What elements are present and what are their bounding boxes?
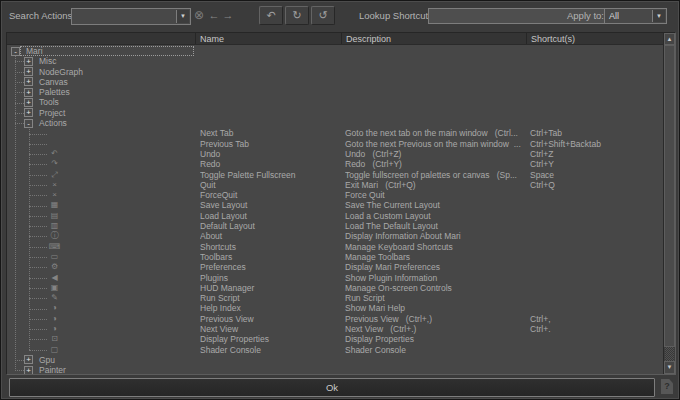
tree-group-misc[interactable]: +Misc <box>7 56 663 66</box>
action-row-toolbars[interactable]: ▭ToolbarsManage Toolbars <box>7 252 663 262</box>
tree-tick <box>15 370 24 371</box>
tree-tick <box>29 288 47 289</box>
tree-group-gpu[interactable]: +Gpu <box>7 355 663 365</box>
tree-tick <box>29 216 47 217</box>
action-row-save-layout[interactable]: ▦Save LayoutSave The Current Layout <box>7 200 663 210</box>
action-name: Display Properties <box>200 334 342 345</box>
expand-icon[interactable]: + <box>24 67 33 76</box>
action-description: Manage Keyboard Shortcuts <box>345 242 528 253</box>
action-row-previous-view[interactable]: ◑Previous ViewPrevious View (Ctrl+,)Ctrl… <box>7 314 663 324</box>
action-row-display-properties[interactable]: ⊡Display PropertiesDisplay Properties <box>7 334 663 344</box>
collapse-icon[interactable]: - <box>24 119 33 128</box>
lookup-shortcut-label: Lookup Shortcut <box>359 10 428 21</box>
expand-icon[interactable]: + <box>24 88 33 97</box>
action-row-load-layout[interactable]: ▤Load LayoutLoad a Custom Layout <box>7 211 663 221</box>
expand-icon[interactable]: + <box>24 108 33 117</box>
action-row-undo[interactable]: ↶UndoUndo (Ctrl+Z)Ctrl+Z <box>7 149 663 159</box>
action-row-run-script[interactable]: ✎Run ScriptRun Script <box>7 293 663 303</box>
action-name: Preferences <box>200 262 342 273</box>
tree-tick <box>29 195 47 196</box>
tree-group-nodegraph[interactable]: +NodeGraph <box>7 67 663 77</box>
action-row-previous-tab[interactable]: Previous TabGoto the next Previous on th… <box>7 139 663 149</box>
vertical-scrollbar[interactable]: ▲ ▼ <box>663 33 675 374</box>
forward-arrow-icon[interactable]: → <box>221 9 235 22</box>
action-description: Goto the next Previous on the main windo… <box>345 139 528 150</box>
tree-tick <box>29 206 47 207</box>
expand-icon[interactable]: + <box>24 57 33 66</box>
action-row-forcequit[interactable]: ×ForceQuitForce Quit <box>7 190 663 200</box>
action-row-shortcuts[interactable]: ⌨ShortcutsManage Keyboard Shortcuts <box>7 242 663 252</box>
expand-icon[interactable]: + <box>24 77 33 86</box>
column-header-tree[interactable] <box>7 33 196 44</box>
scroll-up-icon[interactable]: ▲ <box>664 33 675 45</box>
action-name: Load Layout <box>200 211 342 222</box>
clear-search-icon[interactable]: ⊗ <box>192 9 206 22</box>
action-row-hud-manager[interactable]: ▣HUD ManagerManage On-screen Controls <box>7 283 663 293</box>
tree-tick <box>29 154 47 155</box>
chevron-down-icon[interactable]: ▼ <box>176 10 189 23</box>
tree-tick <box>29 309 47 310</box>
apply-to-combobox[interactable]: All ▼ <box>604 8 667 24</box>
chevron-down-icon[interactable]: ▼ <box>652 10 665 22</box>
column-header-description[interactable]: Description <box>342 33 527 44</box>
action-row-quit[interactable]: ×QuitExit Mari (Ctrl+Q)Ctrl+Q <box>7 180 663 190</box>
tree-tick <box>29 175 47 176</box>
action-name: Redo <box>200 159 342 170</box>
tree-group-painter[interactable]: +Painter <box>7 365 663 374</box>
tree-group-label: Palettes <box>39 87 70 98</box>
expand-icon[interactable]: + <box>24 355 33 364</box>
collapse-icon[interactable]: - <box>11 47 20 56</box>
ok-button[interactable]: Ok <box>9 378 655 397</box>
action-row-redo[interactable]: ↷RedoRedo (Ctrl+Y)Ctrl+Y <box>7 159 663 169</box>
redo-icon: ↷ <box>48 159 61 170</box>
action-name: Help Index <box>200 303 342 314</box>
revert-shortcut-button[interactable]: ↻ <box>285 6 309 25</box>
action-row-plugins[interactable]: ◀PluginsShow Plugin Information <box>7 273 663 283</box>
tree-tick <box>15 92 24 93</box>
tree-tick <box>29 185 47 186</box>
action-row-shader-console[interactable]: ▢Shader ConsoleShader Console <box>7 345 663 355</box>
tree-group-label: Canvas <box>39 77 68 88</box>
action-name: HUD Manager <box>200 283 342 294</box>
action-name: Default Layout <box>200 221 342 232</box>
action-row-about[interactable]: ⓘAboutDisplay Information About Mari <box>7 231 663 241</box>
expand-icon[interactable]: + <box>24 98 33 107</box>
help-page-icon[interactable]: ? <box>661 379 673 394</box>
column-header-shortcuts[interactable]: Shortcut(s) <box>527 33 663 44</box>
apply-to-label: Apply to: <box>567 10 604 21</box>
undo-button[interactable]: ↶ <box>259 6 283 25</box>
tree-group-mari[interactable]: -Mari <box>7 46 663 56</box>
search-actions-combobox[interactable]: ▼ <box>71 8 191 25</box>
action-name: Undo <box>200 149 342 160</box>
action-name: Run Script <box>200 293 342 304</box>
expand-icon[interactable]: + <box>24 366 33 374</box>
column-header-name[interactable]: Name <box>196 33 342 44</box>
back-arrow-icon[interactable]: ← <box>207 9 221 22</box>
tree-tick <box>29 247 47 248</box>
tree-group-label: Gpu <box>39 355 55 366</box>
display-properties-icon: ⊡ <box>48 334 61 345</box>
tree-group-tools[interactable]: +Tools <box>7 97 663 107</box>
next-view-icon: ◑ <box>48 324 61 335</box>
tree-tick <box>15 82 24 83</box>
scrollbar-track[interactable] <box>665 347 674 361</box>
shortcuts-icon: ⌨ <box>48 242 61 253</box>
revert-all-button[interactable]: ↺ <box>311 6 335 25</box>
tree-group-actions[interactable]: -Actions <box>7 118 663 128</box>
action-row-preferences[interactable]: ⚙PreferencesDisplay Mari Preferences <box>7 262 663 272</box>
scrollbar-thumb[interactable] <box>664 45 675 347</box>
actions-table-panel: Name Description Shortcut(s) -Mari+Misc+… <box>6 32 676 375</box>
action-row-next-tab[interactable]: Next TabGoto the next tab on the main wi… <box>7 128 663 138</box>
action-shortcut: Ctrl+Tab <box>530 128 562 139</box>
action-description: Undo (Ctrl+Z) <box>345 149 528 160</box>
tree-group-project[interactable]: +Project <box>7 108 663 118</box>
tree-group-palettes[interactable]: +Palettes <box>7 87 663 97</box>
scroll-down-icon[interactable]: ▼ <box>664 361 675 374</box>
action-row-toggle-palette-fullscreen[interactable]: ⤢Toggle Palette FullscreenToggle fullscr… <box>7 170 663 180</box>
action-row-next-view[interactable]: ◑Next ViewNext View (Ctrl+.)Ctrl+. <box>7 324 663 334</box>
action-row-help-index[interactable]: ◑Help IndexShow Mari Help <box>7 303 663 313</box>
action-description: Toggle fullscreen of palettes or canvas … <box>345 170 528 181</box>
action-row-default-layout[interactable]: ▥Default LayoutLoad The Default Layout <box>7 221 663 231</box>
tree-group-canvas[interactable]: +Canvas <box>7 77 663 87</box>
action-name: Previous View <box>200 314 342 325</box>
